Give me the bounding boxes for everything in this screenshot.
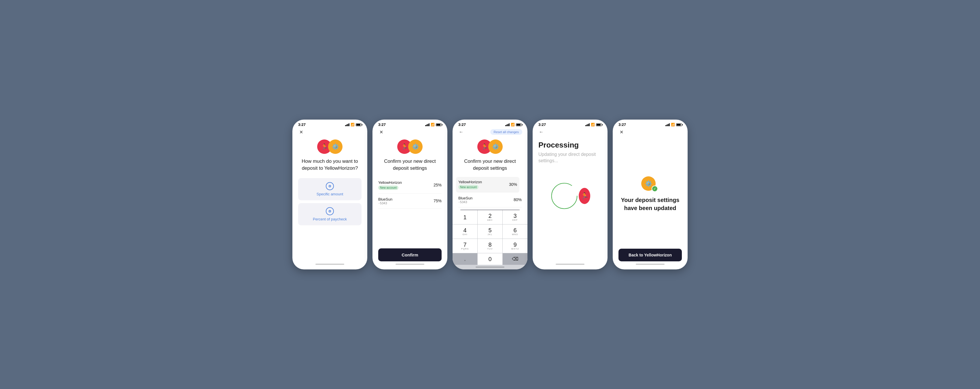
specific-amount-button[interactable]: Specific amount <box>298 178 361 200</box>
svg-point-0 <box>552 183 577 209</box>
wifi-icon-1: 📶 <box>351 123 355 126</box>
icon-cluster-2: 🏃 ⚙️ <box>397 139 423 154</box>
success-icon-cluster: ⚙️ ✓ <box>645 176 655 191</box>
wifi-icon-4: 📶 <box>591 123 595 126</box>
deposit-pct-yh-2: 25% <box>434 183 442 187</box>
numpad-key-comma[interactable]: , <box>453 253 477 265</box>
processing-ring-svg <box>550 176 579 216</box>
bottom-area-5: Back to YellowHorizon <box>613 249 687 261</box>
status-bar-1: 3:27 📶 <box>293 120 367 129</box>
phone-confirm-numpad: 3:27 📶 ← Reset all changes 🏃 ⚙️ Confirm … <box>453 120 527 269</box>
close-button-1[interactable]: ✕ <box>298 129 304 136</box>
back-button-4[interactable]: ← <box>538 129 545 136</box>
nav-1: ✕ <box>293 129 367 137</box>
status-bar-2: 3:27 📶 <box>372 120 447 129</box>
nav-2: ✕ <box>372 129 447 137</box>
numpad-key-8[interactable]: 8TUV <box>477 239 503 253</box>
signal-icon-1 <box>345 123 349 126</box>
numpad-key-0[interactable]: 0 <box>477 253 503 265</box>
specific-amount-icon <box>326 182 334 190</box>
numpad-confirm-area: Confirm <box>458 207 522 210</box>
back-to-button-5[interactable]: Back to YellowHorizon <box>619 249 682 261</box>
deposit-pct-bs-3: 80% <box>514 198 522 202</box>
phones-container: 3:27 📶 ✕ 🏃 ⚙️ How much do you want to de… <box>293 120 687 269</box>
bottom-area-2: Confirm <box>372 246 447 261</box>
processing-visual-wrapper: 🏃 <box>538 176 602 216</box>
status-bar-4: 3:27 📶 <box>533 120 608 129</box>
screen-content-3: 🏃 ⚙️ Confirm your new direct deposit set… <box>453 137 527 210</box>
numpad-key-6[interactable]: 6MNO <box>503 225 527 239</box>
new-badge-3: New account <box>458 185 479 189</box>
battery-icon-5 <box>676 123 682 126</box>
close-button-5[interactable]: ✕ <box>618 129 625 136</box>
deposit-pct-yh-3: 30% <box>509 182 517 187</box>
yellow-icon-2: ⚙️ <box>408 139 423 154</box>
deposit-item-bluesun-2: BlueSun ··5343 75% <box>378 194 442 209</box>
deposit-item-yellowhorizon-3: YellowHorizon New account 30% <box>456 177 519 193</box>
home-indicator-1 <box>315 264 344 265</box>
status-icons-5: 📶 <box>665 123 682 126</box>
phone-amount-choice: 3:27 📶 ✕ 🏃 ⚙️ How much do you want to de… <box>293 120 367 269</box>
processing-title: Processing <box>538 140 579 150</box>
signal-icon-4 <box>585 123 590 126</box>
confirm-title-3: Confirm your new direct deposit settings <box>458 158 522 172</box>
reset-button-3[interactable]: Reset all changes <box>490 129 522 135</box>
deposit-name-bs-3: BlueSun <box>458 196 473 200</box>
status-icons-2: 📶 <box>425 123 442 126</box>
specific-amount-label: Specific amount <box>317 192 344 196</box>
numpad-key-backspace[interactable]: ⌫ <box>503 253 527 265</box>
icon-cluster-3: 🏃 ⚙️ <box>477 139 503 154</box>
home-indicator-3 <box>476 266 504 268</box>
deposit-list-3: YellowHorizon New account 30% BlueSun ··… <box>458 177 522 207</box>
deposit-name-yh-2: YellowHorizon <box>378 180 402 185</box>
battery-icon-3 <box>516 123 522 126</box>
deposit-sub-bs-3: ··5343 <box>458 200 473 204</box>
percent-paycheck-button[interactable]: Percent of paycheck <box>298 203 361 225</box>
success-icons-wrapper: ⚙️ ✓ <box>645 176 655 191</box>
nav-5: ✕ <box>613 129 687 137</box>
status-icons-4: 📶 <box>585 123 602 126</box>
numpad-key-9[interactable]: 9WXYZ <box>503 239 527 253</box>
numpad-key-2[interactable]: 2ABC <box>477 210 503 224</box>
home-indicator-4 <box>556 264 584 265</box>
check-badge: ✓ <box>652 186 658 192</box>
deposit-list-2: YellowHorizon New account 25% BlueSun ··… <box>378 177 442 246</box>
deposit-item-bluesun-3: BlueSun ··5343 80% <box>458 193 522 207</box>
processing-sub: Updating your direct deposit settings... <box>538 151 602 164</box>
yellow-icon-1: ⚙️ <box>328 139 342 154</box>
numpad-key-4[interactable]: 4GHI <box>453 225 477 239</box>
back-button-3[interactable]: ← <box>458 129 465 136</box>
confirm-title-2: Confirm your new direct deposit settings <box>378 158 442 172</box>
screen-content-5: ⚙️ ✓ Your deposit settings have been upd… <box>613 137 687 249</box>
battery-icon-4 <box>596 123 602 126</box>
yellow-icon-3: ⚙️ <box>488 139 503 154</box>
status-time-3: 3:27 <box>458 123 466 127</box>
numpad-key-7[interactable]: 7PQRS <box>453 239 477 253</box>
status-bar-3: 3:27 📶 <box>453 120 527 129</box>
nav-3: ← Reset all changes <box>453 129 527 137</box>
battery-icon-1 <box>356 123 361 126</box>
numpad-key-5[interactable]: 5JKL <box>477 225 503 239</box>
percent-icon <box>326 207 334 215</box>
status-icons-1: 📶 <box>345 123 361 126</box>
new-badge-2: New account <box>378 186 398 190</box>
screen-content-1: 🏃 ⚙️ How much do you want to deposit to … <box>293 137 367 261</box>
percent-label: Percent of paycheck <box>313 217 347 221</box>
numpad-grid-3: 1 2ABC 3DEF 4GHI 5JKL 6MNO 7PQRS 8TUV 9W… <box>453 210 527 265</box>
wifi-icon-2: 📶 <box>431 123 435 126</box>
status-time-4: 3:27 <box>538 123 546 127</box>
signal-icon-3 <box>505 123 509 126</box>
close-button-2[interactable]: ✕ <box>378 129 385 136</box>
deposit-pct-bs-2: 75% <box>434 199 442 203</box>
deposit-name-bs-2: BlueSun <box>378 197 392 201</box>
phone-processing: 3:27 📶 ← Processing Updating your direct… <box>533 120 608 269</box>
status-time-5: 3:27 <box>619 123 626 127</box>
phone-success: 3:27 📶 ✕ ⚙️ ✓ Your deposit setti <box>613 120 687 269</box>
confirm-button-2[interactable]: Confirm <box>378 249 442 261</box>
numpad-key-1[interactable]: 1 <box>453 210 477 224</box>
phone-confirm-simple: 3:27 📶 ✕ 🏃 ⚙️ Confirm your new direct de… <box>372 120 447 269</box>
home-indicator-2 <box>396 264 424 265</box>
numpad-key-3[interactable]: 3DEF <box>503 210 527 224</box>
deposit-item-yellowhorizon-2: YellowHorizon New account 25% <box>378 177 442 194</box>
processing-visual: 🏃 <box>550 176 590 216</box>
